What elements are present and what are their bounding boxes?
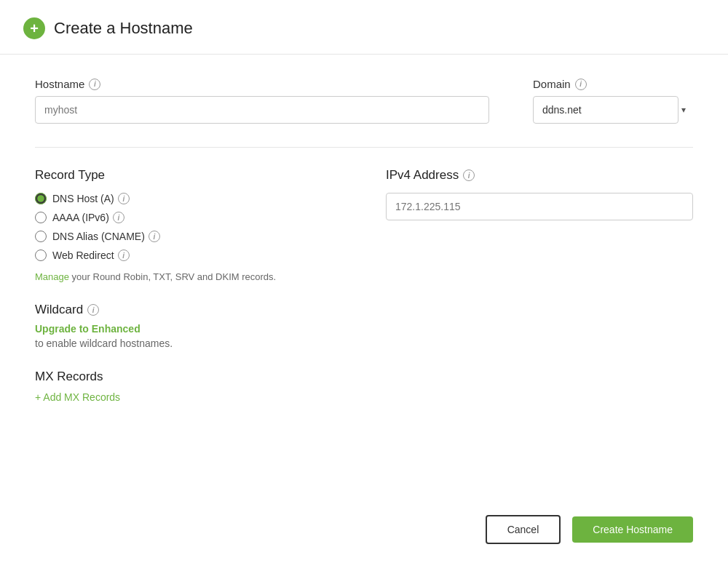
radio-web-redirect[interactable]: [35, 249, 47, 261]
page-title: Create a Hostname: [54, 19, 193, 38]
record-type-column: Record Type DNS Host (A) i: [35, 168, 342, 423]
hostname-info-icon[interactable]: i: [89, 79, 100, 90]
wildcard-section: Wildcard i Upgrade to Enhanced to enable…: [35, 303, 342, 349]
ipv4-title: IPv4 Address i: [386, 168, 693, 183]
add-mx-link[interactable]: + Add MX Records: [35, 391, 120, 403]
domain-select-wrapper: ddns.net no-ip.com hopto.org myftp.biz ▾: [533, 96, 693, 124]
domain-group: Domain i ddns.net no-ip.com hopto.org my…: [533, 78, 693, 124]
chevron-down-icon: ▾: [681, 105, 686, 115]
ipv4-input[interactable]: [386, 193, 693, 220]
ipv4-column: IPv4 Address i: [386, 168, 693, 423]
record-type-radio-group: DNS Host (A) i AAAA (IPv6) i: [35, 193, 342, 261]
cancel-button[interactable]: Cancel: [486, 515, 561, 544]
section-divider: [35, 147, 693, 148]
create-hostname-button[interactable]: Create Hostname: [572, 516, 693, 543]
hostname-input[interactable]: [35, 96, 489, 124]
wildcard-title: Wildcard i: [35, 303, 342, 317]
footer-buttons: Cancel Create Hostname: [486, 515, 693, 544]
radio-item-web-redirect[interactable]: Web Redirect i: [35, 249, 342, 261]
radio-aaaa-label: AAAA (IPv6): [52, 212, 109, 223]
page-header: + Create a Hostname: [0, 0, 728, 55]
record-ipv4-section: Record Type DNS Host (A) i: [35, 168, 693, 423]
hostname-label: Hostname: [35, 78, 84, 90]
upgrade-link[interactable]: Upgrade to Enhanced: [35, 323, 141, 335]
radio-dns-host[interactable]: [35, 193, 47, 204]
hostname-group: Hostname i: [35, 78, 489, 124]
radio-aaaa[interactable]: [35, 212, 47, 223]
radio-item-dns-host[interactable]: DNS Host (A) i: [35, 193, 342, 204]
domain-select[interactable]: ddns.net no-ip.com hopto.org myftp.biz: [533, 96, 678, 124]
radio-dns-host-label: DNS Host (A): [52, 193, 114, 204]
hostname-domain-row: Hostname i Domain i ddns.net no-ip.com h…: [35, 78, 693, 124]
domain-info-icon[interactable]: i: [575, 79, 587, 90]
radio-item-cname[interactable]: DNS Alias (CNAME) i: [35, 231, 342, 242]
ipv4-info-icon[interactable]: i: [463, 169, 475, 181]
web-redirect-info-icon[interactable]: i: [118, 249, 130, 261]
wildcard-description: to enable wildcard hostnames.: [35, 338, 342, 349]
aaaa-info-icon[interactable]: i: [113, 212, 124, 223]
mx-records-title: MX Records: [35, 370, 342, 384]
radio-cname[interactable]: [35, 231, 47, 242]
radio-cname-label: DNS Alias (CNAME): [52, 231, 145, 242]
manage-link[interactable]: Manage: [35, 271, 69, 282]
record-type-title: Record Type: [35, 168, 342, 183]
domain-label: Domain: [533, 78, 571, 90]
manage-text: Manage your Round Robin, TXT, SRV and DK…: [35, 271, 342, 282]
mx-records-section: MX Records + Add MX Records: [35, 370, 342, 403]
wildcard-info-icon[interactable]: i: [87, 304, 99, 316]
dns-host-info-icon[interactable]: i: [118, 193, 130, 204]
cname-info-icon[interactable]: i: [149, 231, 160, 242]
radio-item-aaaa[interactable]: AAAA (IPv6) i: [35, 212, 342, 223]
radio-web-redirect-label: Web Redirect: [52, 249, 114, 261]
create-icon: +: [23, 17, 45, 39]
